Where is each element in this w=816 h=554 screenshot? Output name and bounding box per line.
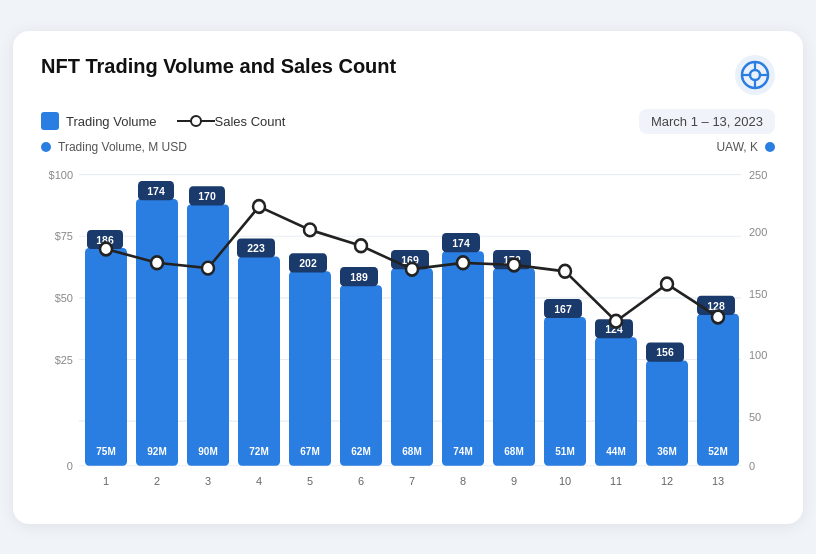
svg-text:156: 156 xyxy=(656,346,674,358)
svg-text:250: 250 xyxy=(749,168,767,180)
svg-text:75M: 75M xyxy=(96,445,115,456)
svg-text:74M: 74M xyxy=(453,445,472,456)
svg-text:90M: 90M xyxy=(198,445,217,456)
line-dot-10 xyxy=(559,264,571,277)
svg-text:8: 8 xyxy=(460,474,466,486)
svg-text:0: 0 xyxy=(749,459,755,471)
svg-text:1: 1 xyxy=(103,474,109,486)
svg-point-8 xyxy=(191,116,201,126)
chart-card: NFT Trading Volume and Sales Count Tradi… xyxy=(13,31,803,524)
legend-row: Trading Volume Sales Count March 1 – 13,… xyxy=(41,109,775,134)
svg-text:3: 3 xyxy=(205,474,211,486)
svg-text:44M: 44M xyxy=(606,445,625,456)
svg-text:170: 170 xyxy=(198,189,216,201)
legend-sales-count: Sales Count xyxy=(177,112,286,130)
sub-legend-left-label: Trading Volume, M USD xyxy=(58,140,187,154)
svg-text:52M: 52M xyxy=(708,445,727,456)
svg-text:$25: $25 xyxy=(55,353,73,365)
svg-text:92M: 92M xyxy=(147,445,166,456)
bar-7 xyxy=(391,268,433,466)
svg-text:$50: $50 xyxy=(55,291,73,303)
svg-text:0: 0 xyxy=(67,459,73,471)
bar-1 xyxy=(85,247,127,465)
legend-left: Trading Volume Sales Count xyxy=(41,112,285,130)
line-dot-12 xyxy=(661,277,673,290)
svg-text:9: 9 xyxy=(511,474,517,486)
svg-text:62M: 62M xyxy=(351,445,370,456)
line-dot-4 xyxy=(253,200,265,213)
line-dot-8 xyxy=(457,256,469,269)
chart-area: $100 $75 $50 $25 0 250 200 150 100 50 0 … xyxy=(41,164,775,504)
line-dot-1 xyxy=(100,242,112,255)
bar-8 xyxy=(442,251,484,466)
legend-line-svg xyxy=(177,112,215,130)
svg-text:6: 6 xyxy=(358,474,364,486)
svg-text:50: 50 xyxy=(749,410,761,422)
svg-text:189: 189 xyxy=(350,270,368,282)
svg-text:11: 11 xyxy=(610,474,622,486)
svg-text:68M: 68M xyxy=(504,445,523,456)
svg-text:150: 150 xyxy=(749,287,767,299)
legend-trading-volume-label: Trading Volume xyxy=(66,114,157,129)
svg-text:2: 2 xyxy=(154,474,160,486)
svg-text:174: 174 xyxy=(452,236,470,248)
bar-6 xyxy=(340,285,382,466)
svg-text:223: 223 xyxy=(247,241,265,253)
line-dot-5 xyxy=(304,223,316,236)
svg-text:$75: $75 xyxy=(55,230,73,242)
bar-13 xyxy=(697,313,739,465)
svg-text:72M: 72M xyxy=(249,445,268,456)
legend-box-trading-volume xyxy=(41,112,59,130)
bar-10 xyxy=(544,317,586,466)
bar-3 xyxy=(187,204,229,465)
sub-legend-right-label: UAW, K xyxy=(716,140,758,154)
line-dot-2 xyxy=(151,256,163,269)
svg-text:174: 174 xyxy=(147,184,165,196)
svg-text:51M: 51M xyxy=(555,445,574,456)
sub-legend-dot xyxy=(41,142,51,152)
svg-text:167: 167 xyxy=(554,302,572,314)
bar-5 xyxy=(289,271,331,465)
svg-text:68M: 68M xyxy=(402,445,421,456)
legend-trading-volume: Trading Volume xyxy=(41,112,157,130)
svg-text:36M: 36M xyxy=(657,445,676,456)
line-dot-7 xyxy=(406,262,418,275)
uaw-dot xyxy=(765,142,775,152)
sub-legend-row: Trading Volume, M USD UAW, K xyxy=(41,140,775,154)
date-range: March 1 – 13, 2023 xyxy=(639,109,775,134)
logo-icon xyxy=(735,55,775,95)
chart-svg: $100 $75 $50 $25 0 250 200 150 100 50 0 … xyxy=(41,164,775,504)
line-dot-13 xyxy=(712,310,724,323)
svg-text:4: 4 xyxy=(256,474,262,486)
sub-legend-right: UAW, K xyxy=(716,140,775,154)
legend-sales-count-label: Sales Count xyxy=(215,114,286,129)
chart-title: NFT Trading Volume and Sales Count xyxy=(41,55,396,78)
svg-text:67M: 67M xyxy=(300,445,319,456)
svg-text:7: 7 xyxy=(409,474,415,486)
card-header: NFT Trading Volume and Sales Count xyxy=(41,55,775,95)
svg-text:202: 202 xyxy=(299,256,317,268)
sub-legend-left: Trading Volume, M USD xyxy=(41,140,187,154)
svg-text:10: 10 xyxy=(559,474,571,486)
svg-text:12: 12 xyxy=(661,474,673,486)
line-dot-6 xyxy=(355,239,367,252)
bar-2 xyxy=(136,199,178,466)
svg-text:200: 200 xyxy=(749,225,767,237)
svg-text:5: 5 xyxy=(307,474,313,486)
svg-text:100: 100 xyxy=(749,349,767,361)
line-dot-9 xyxy=(508,258,520,271)
bar-4 xyxy=(238,256,280,465)
line-dot-3 xyxy=(202,261,214,274)
svg-text:$100: $100 xyxy=(49,168,73,180)
svg-text:13: 13 xyxy=(712,474,724,486)
bar-9 xyxy=(493,268,535,466)
line-dot-11 xyxy=(610,314,622,327)
